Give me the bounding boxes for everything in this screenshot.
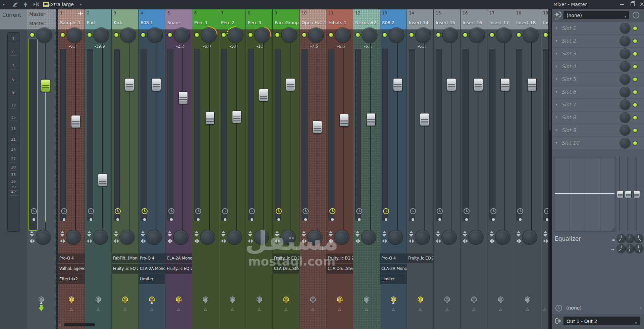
send-icon[interactable] [229,295,236,305]
latency-clock-icon[interactable] [168,208,174,214]
eq-freq-knob-3[interactable] [635,235,643,243]
volume-fader[interactable] [366,113,376,126]
mute-led[interactable] [463,33,467,37]
stereo-sep-knob[interactable] [227,230,241,244]
send-icon[interactable] [256,295,263,305]
effect-slot-2[interactable]: ▾ Slot 2 [552,35,644,47]
send-icon[interactable] [417,295,424,305]
slot-caret-icon[interactable]: ▾ [555,26,557,30]
updown-arrows-icon[interactable] [275,231,279,237]
eq-width-knob-3[interactable] [635,245,643,253]
updown-arrows-icon[interactable] [355,231,360,237]
master-volume-fader[interactable] [41,79,50,92]
stereo-sep-knob[interactable] [281,230,295,244]
pan-knob[interactable] [201,28,216,43]
view-size-caret-icon[interactable]: ▾ [80,2,82,7]
dock-arrow-icon[interactable]: △ [407,307,433,311]
audio-input-row[interactable]: (none) ▾ [552,302,644,314]
stereo-sep-knob[interactable] [201,230,215,244]
send-icon[interactable] [524,295,531,305]
stereo-sep-knob[interactable] [36,230,50,244]
plugin-slot[interactable]: Fruity..ic EQ 2 [273,253,299,263]
leftright-arrows-icon[interactable] [221,239,226,243]
mute-led[interactable] [410,33,414,37]
volume-fader[interactable] [71,115,80,128]
mute-led[interactable] [383,33,387,37]
dock-arrow-icon[interactable]: △ [434,307,460,311]
mute-led[interactable] [222,33,226,37]
volume-fader[interactable] [313,121,322,133]
leftright-arrows-icon[interactable] [60,239,65,243]
volume-fader[interactable] [232,110,241,123]
leftright-arrows-icon[interactable] [463,239,468,243]
mute-led[interactable] [544,33,548,37]
updown-arrows-icon[interactable] [194,231,199,237]
slot-mix-knob[interactable] [620,126,630,135]
volume-fader[interactable] [393,78,402,91]
slot-mix-knob[interactable] [620,36,630,46]
pan-knob[interactable] [37,28,52,43]
latency-clock-icon[interactable] [115,208,121,214]
slot-caret-icon[interactable]: ▾ [555,128,557,132]
mixer-track-16[interactable]: 16 Insert 16 △ [461,9,487,329]
send-icon[interactable] [497,295,504,305]
stereo-sep-knob[interactable] [442,230,456,244]
hscroll-left-arrow[interactable]: ‹ [59,322,61,327]
send-icon[interactable] [470,295,478,305]
slot-enable-led[interactable] [633,116,637,120]
leftright-arrows-icon[interactable] [543,239,548,243]
pan-knob[interactable] [309,28,323,43]
mute-led[interactable] [275,33,279,37]
effect-slot-9[interactable]: ▾ Slot 9 [552,125,644,136]
mute-led[interactable] [302,33,306,37]
leftright-arrows-icon[interactable] [87,239,92,243]
plugin-slot[interactable]: Valhal..ageVerb [58,264,85,274]
output-dropdown[interactable]: Out 1 - Out 2 ▾ [564,317,640,325]
up-arrow-icon[interactable]: ▲ [380,301,407,304]
mute-led[interactable] [436,33,440,37]
plugin-slot[interactable]: Fruity..ic EQ 2 [112,264,138,274]
mute-led[interactable] [88,33,92,37]
slot-mix-knob[interactable] [620,100,630,110]
pan-knob[interactable] [416,28,431,43]
slot-enable-led[interactable] [633,39,637,43]
channel-header[interactable]: 15 Insert 15 [434,9,460,30]
channel-header[interactable]: 13 808 2 [380,9,407,30]
updown-arrows-icon[interactable] [141,231,145,237]
mixer-track-2[interactable]: 2 Pad -19.9 △ [85,9,112,329]
plugin-slot[interactable]: FabFilt..(Mono) [112,253,138,263]
input-source-dropdown[interactable]: (none) ▾ [564,11,629,19]
mute-led[interactable] [249,33,253,37]
updown-arrows-icon[interactable] [60,231,65,237]
dock-arrow-icon[interactable]: △ [326,307,353,311]
mute-led[interactable] [141,33,145,37]
volume-fader[interactable] [125,78,134,91]
toolbar-menu-caret-icon[interactable]: ▾ [3,2,5,7]
updown-arrows-icon[interactable] [114,231,118,237]
plugin-slot[interactable]: Fruity..ic EQ 2 [407,253,433,263]
stereo-sep-knob[interactable] [415,230,429,244]
latency-clock-icon[interactable] [303,208,309,214]
latency-clock-icon[interactable] [464,208,470,214]
volume-fader[interactable] [500,78,510,91]
eq-graph[interactable] [554,157,615,232]
pan-knob[interactable] [228,28,243,43]
mute-led[interactable] [517,33,521,37]
latency-clock-icon[interactable] [276,208,282,214]
mute-led[interactable] [114,33,118,37]
stereo-sep-knob[interactable] [388,230,402,244]
leftright-arrows-icon[interactable] [275,239,280,243]
dock-arrow-icon[interactable]: △ [380,307,407,311]
updown-arrows-icon[interactable] [543,231,548,237]
channel-header[interactable]: 4 808 1 [139,9,165,30]
effect-slot-1[interactable]: ▾ Slot 1 [552,22,644,34]
leftright-arrows-icon[interactable] [436,239,441,243]
restore-button[interactable] [631,2,635,6]
dock-arrow-icon[interactable]: △ [165,307,192,311]
slot-mix-knob[interactable] [620,87,630,97]
volume-fader[interactable] [259,89,268,101]
channel-header[interactable]: 10 Open Hat 1 [300,9,326,30]
up-arrow-icon[interactable]: ▲ [139,301,165,304]
mixer-track-17[interactable]: 17 Insert 17 △ [487,9,514,329]
latency-clock-icon[interactable] [356,208,362,214]
